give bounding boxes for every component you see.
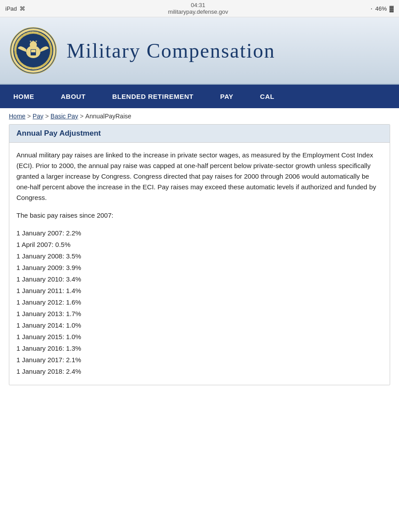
nav-item-cal[interactable]: CAL [247,85,283,108]
nav-item-about[interactable]: ABOUT [47,85,99,108]
nav-item-blended-retirement[interactable]: BLENDED RETIREMENT [99,85,207,108]
bluetooth-icon: ⋅ [371,5,372,12]
svg-text:★ ★ ★: ★ ★ ★ [29,40,37,43]
list-item: 1 January 2018: 2.4% [16,366,383,377]
content-body: Annual military pay raises are linked to… [9,143,390,385]
time-display: 04:31 [191,2,205,8]
site-title: Military Compensation [67,39,275,63]
nav-item-home[interactable]: HOME [0,85,47,108]
list-item: 1 April 2007: 0.5% [16,239,383,250]
breadcrumb-home[interactable]: Home [9,113,25,120]
list-item: 1 January 2009: 3.9% [16,262,383,273]
breadcrumb-pay[interactable]: Pay [33,113,43,120]
svg-rect-8 [31,50,36,52]
list-item: 1 January 2013: 1.7% [16,309,383,319]
wifi-icon: ⌘ [20,5,25,12]
list-item: 1 January 2016: 1.3% [16,343,383,354]
list-item: 1 January 2007: 2.2% [16,228,383,239]
main-nav: HOME ABOUT BLENDED RETIREMENT PAY CAL [0,85,399,108]
url-display: militarypay.defense.gov [168,8,228,15]
nav-item-pay[interactable]: PAY [207,85,247,108]
battery-icon: ▓ [390,5,394,12]
content-paragraph: Annual military pay raises are linked to… [16,150,383,203]
breadcrumb: Home > Pay > Basic Pay > AnnualPayRaise [0,108,399,124]
breadcrumb-basic-pay[interactable]: Basic Pay [51,113,78,120]
list-item: 1 January 2011: 1.4% [16,286,383,296]
list-intro: The basic pay raises since 2007: [16,210,383,221]
list-item: 1 January 2008: 3.5% [16,251,383,262]
breadcrumb-sep-2: > [45,113,49,120]
breadcrumb-sep-3: > [80,113,83,120]
list-item: 1 January 2010: 3.4% [16,274,383,285]
list-item: 1 January 2012: 1.6% [16,297,383,308]
content-box: Annual Pay Adjustment Annual military pa… [9,124,390,385]
status-center: 04:31 militarypay.defense.gov [168,2,228,15]
breadcrumb-sep-1: > [27,113,31,120]
status-right: ⋅ 46% ▓ [371,5,394,12]
device-label: iPad [5,5,17,12]
list-item: 1 January 2017: 2.1% [16,355,383,365]
content-title: Annual Pay Adjustment [9,125,390,143]
status-left: iPad ⌘ [5,5,25,12]
pay-raises-list: 1 January 2007: 2.2%1 April 2007: 0.5%1 … [16,228,383,377]
list-item: 1 January 2015: 1.0% [16,332,383,342]
list-item: 1 January 2014: 1.0% [16,320,383,331]
dod-seal: ★ ★ ★ DEPARTMENT OF DEFENSE UNITED STATE… [9,26,58,75]
breadcrumb-current: AnnualPayRaise [85,113,131,120]
site-header: ★ ★ ★ DEPARTMENT OF DEFENSE UNITED STATE… [0,17,399,85]
status-bar: iPad ⌘ 04:31 militarypay.defense.gov ⋅ 4… [0,0,399,17]
battery-level: 46% [375,5,387,12]
